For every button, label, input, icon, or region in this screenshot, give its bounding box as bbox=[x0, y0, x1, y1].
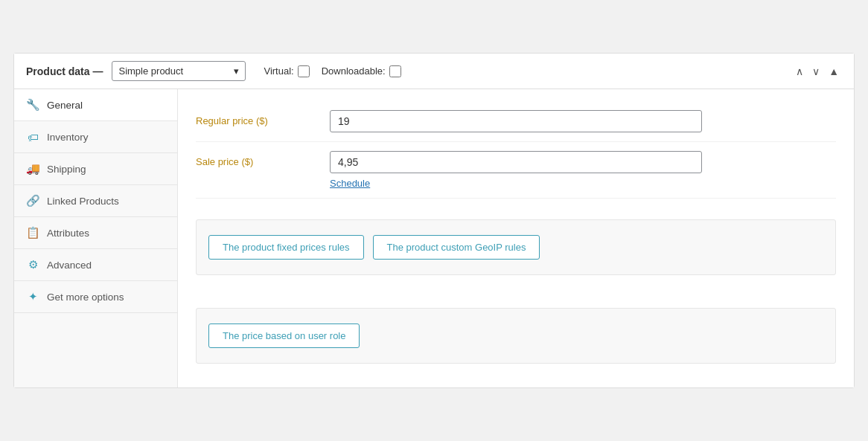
collapse-expand-button[interactable]: ▲ bbox=[826, 64, 842, 79]
sidebar-label-shipping: Shipping bbox=[47, 164, 86, 175]
regular-price-row: Regular price ($) bbox=[196, 101, 836, 142]
collapse-up-button[interactable]: ∧ bbox=[793, 64, 806, 79]
regular-price-label: Regular price ($) bbox=[196, 110, 330, 126]
tag-icon: 🏷 bbox=[26, 130, 39, 144]
list-icon: 📋 bbox=[26, 226, 39, 239]
sidebar-item-get-more[interactable]: ✦ Get more options bbox=[14, 281, 177, 313]
price-rules-buttons-section: The product fixed prices rules The produ… bbox=[196, 219, 836, 275]
sidebar-item-shipping[interactable]: 🚚 Shipping bbox=[14, 153, 177, 185]
sidebar-label-get-more: Get more options bbox=[47, 292, 124, 303]
sidebar-item-general[interactable]: 🔧 General bbox=[14, 89, 177, 121]
sidebar-item-attributes[interactable]: 📋 Attributes bbox=[14, 217, 177, 249]
product-type-select[interactable]: Simple product ▾ bbox=[112, 61, 246, 81]
virtual-downloadable-group: Virtual: Downloadable: bbox=[264, 65, 401, 77]
gear-icon: ⚙ bbox=[26, 258, 39, 271]
sidebar: 🔧 General 🏷 Inventory 🚚 Shipping 🔗 Linke… bbox=[14, 89, 178, 387]
truck-icon: 🚚 bbox=[26, 162, 39, 176]
virtual-label[interactable]: Virtual: bbox=[264, 65, 309, 77]
product-data-body: 🔧 General 🏷 Inventory 🚚 Shipping 🔗 Linke… bbox=[14, 89, 854, 387]
sidebar-label-attributes: Attributes bbox=[47, 228, 89, 239]
regular-price-input-wrap bbox=[330, 110, 836, 132]
fixed-prices-rules-button[interactable]: The product fixed prices rules bbox=[208, 235, 364, 260]
geoip-rules-button[interactable]: The product custom GeoIP rules bbox=[373, 235, 540, 260]
sidebar-label-inventory: Inventory bbox=[47, 132, 89, 143]
sidebar-item-advanced[interactable]: ⚙ Advanced bbox=[14, 249, 177, 281]
wrench-icon: 🔧 bbox=[26, 98, 39, 112]
schedule-link[interactable]: Schedule bbox=[330, 178, 836, 189]
sidebar-item-linked-products[interactable]: 🔗 Linked Products bbox=[14, 185, 177, 217]
downloadable-label[interactable]: Downloadable: bbox=[322, 65, 401, 77]
sidebar-label-linked-products: Linked Products bbox=[47, 196, 119, 207]
collapse-down-button[interactable]: ∨ bbox=[809, 64, 823, 79]
sale-price-input[interactable] bbox=[330, 151, 702, 173]
main-content: Regular price ($) Sale price ($) Schedul… bbox=[178, 89, 854, 387]
sidebar-label-advanced: Advanced bbox=[47, 260, 92, 271]
sale-price-row: Sale price ($) Schedule bbox=[196, 142, 836, 199]
sidebar-item-inventory[interactable]: 🏷 Inventory bbox=[14, 121, 177, 153]
collapse-arrows: ∧ ∨ ▲ bbox=[793, 64, 842, 79]
link-icon: 🔗 bbox=[26, 194, 39, 207]
product-data-header: Product data — Simple product ▾ Virtual:… bbox=[14, 54, 854, 89]
product-data-label: Product data — bbox=[26, 65, 103, 77]
user-role-buttons-section: The price based on user role bbox=[196, 308, 836, 364]
virtual-checkbox[interactable] bbox=[298, 65, 310, 77]
star-icon: ✦ bbox=[26, 290, 39, 303]
user-role-price-button[interactable]: The price based on user role bbox=[208, 323, 360, 348]
product-type-value: Simple product bbox=[118, 65, 183, 77]
downloadable-checkbox[interactable] bbox=[389, 65, 401, 77]
regular-price-input[interactable] bbox=[330, 110, 702, 132]
sidebar-label-general: General bbox=[47, 100, 83, 111]
sale-price-label: Sale price ($) bbox=[196, 151, 330, 167]
chevron-down-icon: ▾ bbox=[234, 65, 239, 77]
sale-price-input-wrap: Schedule bbox=[330, 151, 836, 189]
